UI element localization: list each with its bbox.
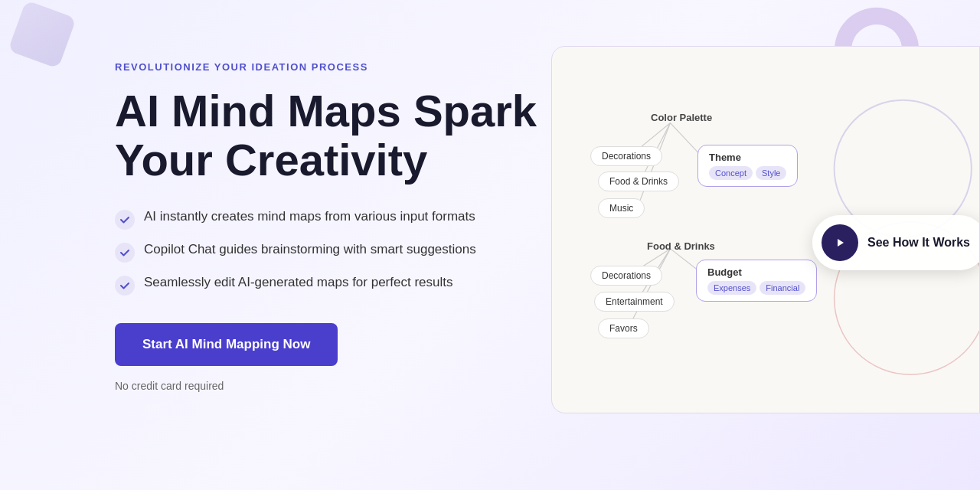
style-tag: Style	[756, 166, 786, 180]
node-favors: Favors	[598, 318, 649, 338]
mindmap-container: Color Palette Decorations Food & Drinks …	[552, 47, 979, 413]
see-how-button[interactable]: See How It Works	[812, 215, 980, 270]
svg-marker-11	[838, 239, 844, 247]
expenses-tag: Expenses	[707, 281, 756, 295]
see-how-label: See How It Works	[867, 236, 970, 250]
feature-text-3: Seamlessly edit AI-generated maps for pe…	[144, 275, 452, 290]
feature-item-3: Seamlessly edit AI-generated maps for pe…	[115, 275, 559, 296]
section2-header: Food & Drinks	[636, 237, 726, 256]
node-food-drinks-1: Food & Drinks	[598, 172, 679, 191]
svg-line-2	[636, 123, 671, 211]
check-icon-1	[115, 210, 135, 230]
feature-item-1: AI instantly creates mind maps from vari…	[115, 209, 559, 230]
budget-node: Budget Expenses Financial	[696, 260, 817, 302]
theme-node: Theme Concept Style	[697, 145, 798, 187]
decorative-cube	[8, 0, 77, 69]
budget-label: Budget	[707, 266, 805, 278]
headline-line1: AI Mind Maps Spark	[115, 86, 537, 136]
cta-button[interactable]: Start AI Mind Mapping Now	[115, 323, 338, 366]
feature-item-2: Copilot Chat guides brainstorming with s…	[115, 242, 559, 263]
node-decorations-2: Decorations	[590, 266, 662, 286]
theme-label: Theme	[709, 152, 786, 163]
headline: AI Mind Maps Spark Your Creativity	[115, 87, 559, 185]
play-icon-circle	[822, 224, 858, 261]
concept-tag: Concept	[709, 166, 753, 180]
tagline: REVOLUTIONIZE YOUR IDEATION PROCESS	[115, 61, 559, 73]
left-content-panel: REVOLUTIONIZE YOUR IDEATION PROCESS AI M…	[115, 61, 559, 392]
features-list: AI instantly creates mind maps from vari…	[115, 209, 559, 296]
node-decorations-1: Decorations	[590, 146, 662, 166]
node-music: Music	[598, 198, 645, 218]
section1-header: Color Palette	[640, 108, 723, 127]
check-icon-2	[115, 243, 135, 263]
node-entertainment: Entertainment	[594, 292, 675, 312]
check-icon-3	[115, 276, 135, 296]
financial-tag: Financial	[760, 281, 805, 295]
headline-line2: Your Creativity	[115, 135, 427, 185]
mindmap-preview: Color Palette Decorations Food & Drinks …	[551, 46, 980, 413]
feature-text-2: Copilot Chat guides brainstorming with s…	[144, 242, 476, 257]
svg-line-7	[629, 249, 671, 328]
feature-text-1: AI instantly creates mind maps from vari…	[144, 209, 475, 224]
no-credit-card-text: No credit card required	[115, 380, 559, 392]
